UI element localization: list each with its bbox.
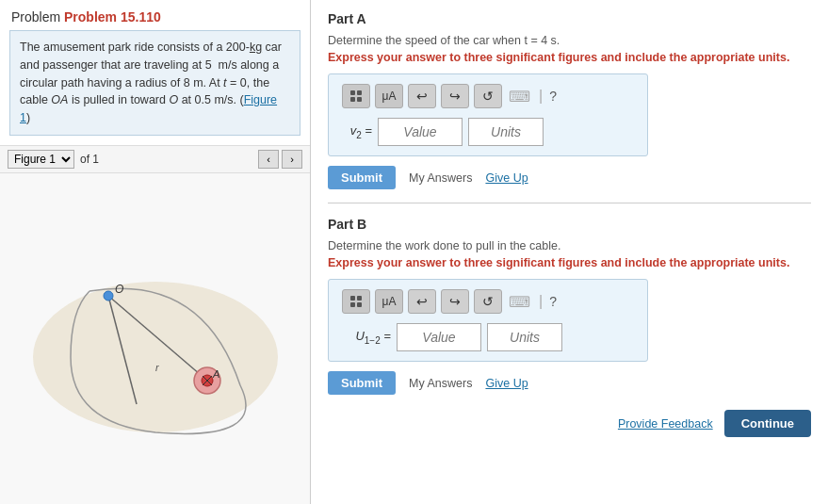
part-a-title: Part A <box>328 11 811 26</box>
part-b-express-instruction: Express your answer to three significant… <box>328 256 811 269</box>
redo-button-a[interactable]: ↪ <box>441 84 469 108</box>
part-b: Part B Determine the work done to pull i… <box>328 217 811 395</box>
undo-button-a[interactable]: ↩ <box>408 84 436 108</box>
part-b-give-up-link[interactable]: Give Up <box>485 377 528 390</box>
part-a-input-label: v2 = <box>342 123 372 140</box>
part-a: Part A Determine the speed of the car wh… <box>328 11 811 189</box>
part-a-toolbar: μA ↩ ↪ ↺ ⌨ | ? <box>342 84 634 108</box>
part-a-value-input[interactable] <box>378 118 463 146</box>
part-b-instruction: Determine the work done to pull in the c… <box>328 239 811 252</box>
part-a-input-row: v2 = <box>342 118 634 146</box>
svg-rect-17 <box>350 302 355 307</box>
figure-prev-button[interactable]: ‹ <box>258 150 279 169</box>
svg-rect-14 <box>357 97 362 102</box>
provide-feedback-link[interactable]: Provide Feedback <box>618 417 713 431</box>
svg-rect-12 <box>357 90 362 95</box>
svg-point-0 <box>33 282 278 432</box>
part-b-my-answers-link[interactable]: My Answers <box>409 377 472 390</box>
part-a-answer-box: μA ↩ ↪ ↺ ⌨ | ? v2 = <box>328 73 648 156</box>
toolbar-divider-a: ⌨ <box>509 88 530 106</box>
part-a-give-up-link[interactable]: Give Up <box>485 171 528 185</box>
part-a-express-instruction: Express your answer to three significant… <box>328 51 811 64</box>
left-panel: Problem Problem 15.110 The amusement par… <box>0 0 311 504</box>
grid-button-b[interactable] <box>342 289 370 314</box>
grid-icon-b <box>349 295 363 308</box>
figure-area: O r A <box>0 173 310 504</box>
figure-select[interactable]: Figure 1 <box>8 150 74 169</box>
refresh-button-b[interactable]: ↺ <box>474 289 502 314</box>
part-a-instruction: Determine the speed of the car when t = … <box>328 34 811 47</box>
svg-point-3 <box>104 291 113 301</box>
problem-title: Problem Problem 15.110 <box>0 0 310 30</box>
part-b-submit-button[interactable]: Submit <box>328 371 396 395</box>
part-a-my-answers-link[interactable]: My Answers <box>409 171 472 185</box>
toolbar-divider-b: ⌨ <box>509 293 530 311</box>
toolbar-pipe-a: | <box>539 88 543 105</box>
svg-rect-11 <box>350 90 355 95</box>
part-b-toolbar: μA ↩ ↪ ↺ ⌨ | ? <box>342 289 634 314</box>
part-b-input-label: U1−2 = <box>342 329 391 346</box>
refresh-button-a[interactable]: ↺ <box>474 84 502 108</box>
part-divider <box>328 203 811 203</box>
part-b-units-input[interactable] <box>487 323 562 351</box>
mu-button-a[interactable]: μA <box>375 84 403 108</box>
problem-description: The amusement park ride consists of a 20… <box>9 30 300 136</box>
svg-rect-18 <box>357 302 362 307</box>
continue-button[interactable]: Continue <box>724 410 811 437</box>
part-b-answer-box: μA ↩ ↪ ↺ ⌨ | ? U1−2 = <box>328 279 648 362</box>
part-b-value-input[interactable] <box>397 323 481 351</box>
svg-text:O: O <box>115 283 123 296</box>
part-a-units-input[interactable] <box>468 118 544 146</box>
right-panel: Part A Determine the speed of the car wh… <box>311 0 828 504</box>
part-b-input-row: U1−2 = <box>342 323 634 351</box>
problem-number: Problem 15.110 <box>64 9 161 24</box>
svg-rect-16 <box>357 296 362 301</box>
svg-rect-13 <box>350 97 355 102</box>
figure-svg: O r A <box>14 235 297 442</box>
grid-button-a[interactable] <box>342 84 370 108</box>
part-b-submit-row: Submit My Answers Give Up <box>328 371 811 395</box>
feedback-row: Provide Feedback Continue <box>328 410 811 437</box>
grid-icon-a <box>349 89 363 103</box>
part-b-title: Part B <box>328 217 811 232</box>
redo-button-b[interactable]: ↪ <box>441 289 469 314</box>
svg-rect-15 <box>350 296 355 301</box>
toolbar-pipe-b: | <box>539 293 543 310</box>
help-button-a[interactable]: ? <box>549 89 557 104</box>
part-a-submit-button[interactable]: Submit <box>328 166 396 189</box>
help-button-b[interactable]: ? <box>549 294 557 309</box>
part-a-submit-row: Submit My Answers Give Up <box>328 166 811 189</box>
figure-next-button[interactable]: › <box>282 150 302 169</box>
undo-button-b[interactable]: ↩ <box>408 289 436 314</box>
figure-of-label: of 1 <box>80 153 99 166</box>
figure-bar: Figure 1 of 1 ‹ › <box>0 145 310 173</box>
mu-button-b[interactable]: μA <box>375 289 403 314</box>
svg-text:A: A <box>212 368 219 380</box>
